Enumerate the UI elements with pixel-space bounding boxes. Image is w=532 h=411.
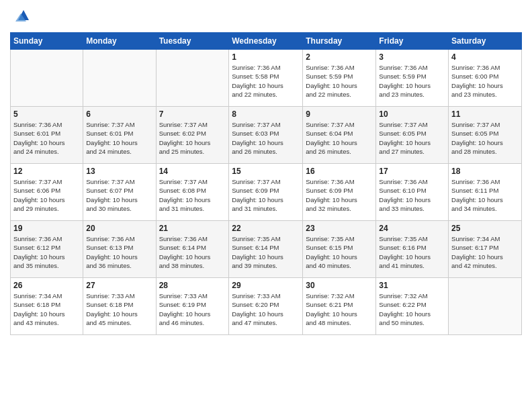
- calendar-cell: 5Sunrise: 7:36 AM Sunset: 6:01 PM Daylig…: [11, 107, 83, 164]
- calendar-cell: 13Sunrise: 7:37 AM Sunset: 6:07 PM Dayli…: [83, 164, 156, 221]
- calendar-cell: 11Sunrise: 7:37 AM Sunset: 6:05 PM Dayli…: [449, 107, 522, 164]
- weekday-header: Monday: [83, 33, 156, 50]
- day-number: 30: [306, 281, 373, 290]
- day-info: Sunrise: 7:35 AM Sunset: 6:16 PM Dayligh…: [379, 234, 445, 270]
- weekday-header: Wednesday: [229, 33, 303, 50]
- day-info: Sunrise: 7:36 AM Sunset: 6:09 PM Dayligh…: [306, 177, 373, 213]
- day-number: 1: [232, 52, 300, 62]
- day-number: 10: [379, 109, 445, 119]
- calendar-cell: 15Sunrise: 7:37 AM Sunset: 6:09 PM Dayli…: [229, 164, 303, 221]
- day-info: Sunrise: 7:37 AM Sunset: 6:07 PM Dayligh…: [86, 177, 152, 213]
- day-number: 12: [13, 167, 80, 176]
- calendar-cell: 4Sunrise: 7:36 AM Sunset: 6:00 PM Daylig…: [449, 50, 522, 107]
- calendar-cell: 26Sunrise: 7:34 AM Sunset: 6:18 PM Dayli…: [11, 278, 83, 335]
- day-info: Sunrise: 7:37 AM Sunset: 6:03 PM Dayligh…: [232, 120, 300, 156]
- day-number: 28: [159, 281, 226, 290]
- day-info: Sunrise: 7:32 AM Sunset: 6:21 PM Dayligh…: [306, 291, 373, 327]
- day-number: 14: [159, 167, 226, 176]
- calendar-cell: 18Sunrise: 7:36 AM Sunset: 6:11 PM Dayli…: [449, 164, 522, 221]
- day-info: Sunrise: 7:34 AM Sunset: 6:17 PM Dayligh…: [451, 234, 519, 270]
- calendar-cell: 10Sunrise: 7:37 AM Sunset: 6:05 PM Dayli…: [376, 107, 449, 164]
- day-info: Sunrise: 7:36 AM Sunset: 5:59 PM Dayligh…: [306, 63, 373, 99]
- day-number: 8: [232, 109, 300, 119]
- day-info: Sunrise: 7:37 AM Sunset: 6:05 PM Dayligh…: [379, 120, 445, 156]
- day-info: Sunrise: 7:36 AM Sunset: 6:13 PM Dayligh…: [86, 234, 152, 270]
- calendar-cell: 21Sunrise: 7:36 AM Sunset: 6:14 PM Dayli…: [156, 221, 229, 278]
- calendar-cell: 16Sunrise: 7:36 AM Sunset: 6:09 PM Dayli…: [303, 164, 376, 221]
- calendar-week-row: 5Sunrise: 7:36 AM Sunset: 6:01 PM Daylig…: [11, 107, 522, 164]
- calendar-cell: 12Sunrise: 7:37 AM Sunset: 6:06 PM Dayli…: [11, 164, 83, 221]
- day-number: 26: [13, 281, 80, 290]
- calendar-cell: [156, 50, 229, 107]
- day-info: Sunrise: 7:33 AM Sunset: 6:20 PM Dayligh…: [232, 291, 300, 327]
- calendar-cell: 29Sunrise: 7:33 AM Sunset: 6:20 PM Dayli…: [229, 278, 303, 335]
- calendar-cell: 22Sunrise: 7:35 AM Sunset: 6:14 PM Dayli…: [229, 221, 303, 278]
- logo: [10, 7, 33, 27]
- calendar-cell: 30Sunrise: 7:32 AM Sunset: 6:21 PM Dayli…: [303, 278, 376, 335]
- weekday-header-row: SundayMondayTuesdayWednesdayThursdayFrid…: [11, 33, 522, 50]
- day-number: 23: [306, 224, 373, 233]
- day-number: 25: [451, 224, 519, 233]
- day-info: Sunrise: 7:36 AM Sunset: 6:11 PM Dayligh…: [451, 177, 519, 213]
- day-info: Sunrise: 7:33 AM Sunset: 6:18 PM Dayligh…: [86, 291, 152, 327]
- calendar-cell: 9Sunrise: 7:37 AM Sunset: 6:04 PM Daylig…: [303, 107, 376, 164]
- calendar-week-row: 26Sunrise: 7:34 AM Sunset: 6:18 PM Dayli…: [11, 278, 522, 335]
- day-number: 5: [13, 109, 80, 119]
- page: SundayMondayTuesdayWednesdayThursdayFrid…: [0, 0, 532, 411]
- day-info: Sunrise: 7:37 AM Sunset: 6:06 PM Dayligh…: [13, 177, 80, 213]
- day-number: 24: [379, 224, 445, 233]
- weekday-header: Tuesday: [156, 33, 229, 50]
- day-number: 16: [306, 167, 373, 176]
- calendar-cell: [83, 50, 156, 107]
- calendar-cell: [449, 278, 522, 335]
- day-info: Sunrise: 7:36 AM Sunset: 5:58 PM Dayligh…: [232, 63, 300, 99]
- calendar-cell: [11, 50, 83, 107]
- header: [10, 7, 522, 27]
- calendar-cell: 31Sunrise: 7:32 AM Sunset: 6:22 PM Dayli…: [376, 278, 449, 335]
- day-info: Sunrise: 7:37 AM Sunset: 6:08 PM Dayligh…: [159, 177, 226, 213]
- calendar-cell: 28Sunrise: 7:33 AM Sunset: 6:19 PM Dayli…: [156, 278, 229, 335]
- day-info: Sunrise: 7:37 AM Sunset: 6:04 PM Dayligh…: [306, 120, 373, 156]
- day-info: Sunrise: 7:37 AM Sunset: 6:01 PM Dayligh…: [86, 120, 152, 156]
- weekday-header: Saturday: [449, 33, 522, 50]
- logo-icon: [10, 7, 30, 27]
- day-number: 17: [379, 167, 445, 176]
- day-number: 9: [306, 109, 373, 119]
- calendar-cell: 20Sunrise: 7:36 AM Sunset: 6:13 PM Dayli…: [83, 221, 156, 278]
- calendar-week-row: 12Sunrise: 7:37 AM Sunset: 6:06 PM Dayli…: [11, 164, 522, 221]
- calendar-cell: 19Sunrise: 7:36 AM Sunset: 6:12 PM Dayli…: [11, 221, 83, 278]
- calendar-cell: 7Sunrise: 7:37 AM Sunset: 6:02 PM Daylig…: [156, 107, 229, 164]
- day-info: Sunrise: 7:36 AM Sunset: 6:12 PM Dayligh…: [13, 234, 80, 270]
- day-number: 11: [451, 109, 519, 119]
- day-number: 27: [86, 281, 152, 290]
- calendar-cell: 6Sunrise: 7:37 AM Sunset: 6:01 PM Daylig…: [83, 107, 156, 164]
- day-info: Sunrise: 7:36 AM Sunset: 6:10 PM Dayligh…: [379, 177, 445, 213]
- calendar-week-row: 1Sunrise: 7:36 AM Sunset: 5:58 PM Daylig…: [11, 50, 522, 107]
- day-number: 7: [159, 109, 226, 119]
- weekday-header: Friday: [376, 33, 449, 50]
- day-info: Sunrise: 7:36 AM Sunset: 6:14 PM Dayligh…: [159, 234, 226, 270]
- day-number: 21: [159, 224, 226, 233]
- day-number: 4: [451, 52, 519, 62]
- calendar-cell: 14Sunrise: 7:37 AM Sunset: 6:08 PM Dayli…: [156, 164, 229, 221]
- day-info: Sunrise: 7:36 AM Sunset: 6:00 PM Dayligh…: [451, 63, 519, 99]
- day-number: 20: [86, 224, 152, 233]
- day-info: Sunrise: 7:36 AM Sunset: 5:59 PM Dayligh…: [379, 63, 445, 99]
- day-info: Sunrise: 7:32 AM Sunset: 6:22 PM Dayligh…: [379, 291, 445, 327]
- day-number: 18: [451, 167, 519, 176]
- day-info: Sunrise: 7:35 AM Sunset: 6:14 PM Dayligh…: [232, 234, 300, 270]
- day-number: 31: [379, 281, 445, 290]
- calendar-week-row: 19Sunrise: 7:36 AM Sunset: 6:12 PM Dayli…: [11, 221, 522, 278]
- day-number: 3: [379, 52, 445, 62]
- calendar-cell: 3Sunrise: 7:36 AM Sunset: 5:59 PM Daylig…: [376, 50, 449, 107]
- calendar-cell: 23Sunrise: 7:35 AM Sunset: 6:15 PM Dayli…: [303, 221, 376, 278]
- day-info: Sunrise: 7:35 AM Sunset: 6:15 PM Dayligh…: [306, 234, 373, 270]
- day-info: Sunrise: 7:33 AM Sunset: 6:19 PM Dayligh…: [159, 291, 226, 327]
- day-number: 22: [232, 224, 300, 233]
- calendar-cell: 17Sunrise: 7:36 AM Sunset: 6:10 PM Dayli…: [376, 164, 449, 221]
- calendar-cell: 8Sunrise: 7:37 AM Sunset: 6:03 PM Daylig…: [229, 107, 303, 164]
- weekday-header: Sunday: [11, 33, 83, 50]
- day-info: Sunrise: 7:37 AM Sunset: 6:05 PM Dayligh…: [451, 120, 519, 156]
- day-info: Sunrise: 7:36 AM Sunset: 6:01 PM Dayligh…: [13, 120, 80, 156]
- calendar-cell: 25Sunrise: 7:34 AM Sunset: 6:17 PM Dayli…: [449, 221, 522, 278]
